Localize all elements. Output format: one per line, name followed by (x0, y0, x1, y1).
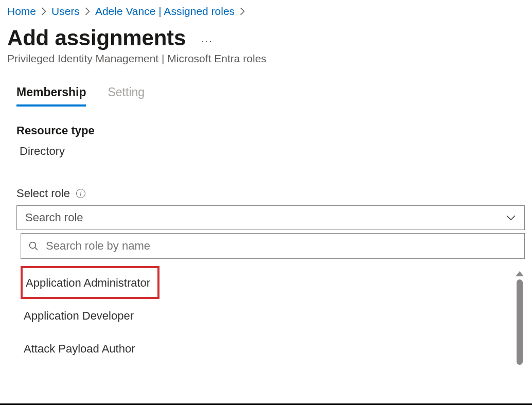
tabs: Membership Setting (7, 85, 525, 107)
scroll-up-icon (516, 271, 524, 276)
select-role-placeholder: Search role (25, 211, 83, 224)
scrollbar[interactable] (515, 271, 525, 365)
breadcrumb: Home Users Adele Vance | Assigned roles (7, 4, 525, 23)
more-actions-button[interactable]: ··· (201, 29, 213, 47)
breadcrumb-home[interactable]: Home (7, 5, 36, 17)
svg-line-1 (35, 248, 38, 250)
page-subtitle: Privileged Identity Management | Microso… (7, 52, 525, 65)
chevron-right-icon (85, 7, 90, 15)
tab-membership[interactable]: Membership (16, 85, 86, 107)
role-list: Application Administrator Application De… (21, 266, 525, 365)
info-icon[interactable]: i (76, 189, 85, 198)
chevron-down-icon (506, 211, 516, 224)
tab-setting[interactable]: Setting (108, 85, 145, 107)
svg-point-0 (30, 242, 36, 249)
breadcrumb-user-roles[interactable]: Adele Vance | Assigned roles (95, 5, 235, 17)
role-option-application-administrator[interactable]: Application Administrator (21, 266, 159, 299)
role-option-attack-payload-author[interactable]: Attack Payload Author (21, 332, 140, 365)
search-icon (28, 241, 39, 251)
select-role-combobox[interactable]: Search role (16, 205, 525, 230)
chevron-right-icon (240, 7, 245, 15)
role-search-wrapper[interactable] (21, 233, 525, 259)
resource-type-value: Directory (16, 137, 525, 158)
chevron-right-icon (41, 7, 46, 15)
select-role-label: Select role (16, 187, 70, 200)
role-search-input[interactable] (45, 239, 517, 253)
resource-type-label: Resource type (16, 124, 525, 137)
scroll-thumb[interactable] (517, 279, 523, 365)
select-role-dropdown: Application Administrator Application De… (21, 233, 525, 365)
page-title: Add assignments (7, 26, 186, 50)
breadcrumb-users[interactable]: Users (51, 5, 80, 17)
role-option-application-developer[interactable]: Application Developer (21, 299, 139, 332)
